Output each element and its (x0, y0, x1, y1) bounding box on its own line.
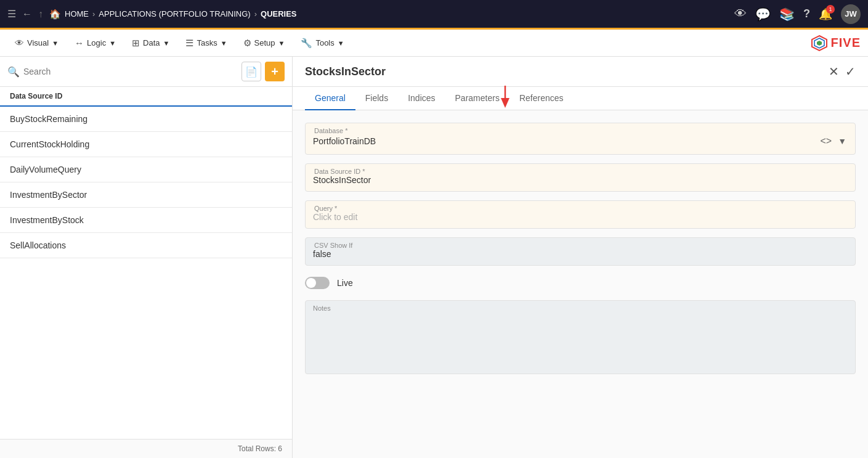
sidebar-header: 🔍 📄 + (0, 57, 292, 87)
tab-general[interactable]: General (305, 87, 355, 110)
data-source-id-wrapper[interactable]: Data Source ID * StocksInSector (305, 163, 856, 192)
secondary-nav: 👁 Visual ▼ ↔ Logic ▼ ⊞ Data ▼ ☰ Tasks ▼ … (0, 30, 868, 57)
sidebar-list: BuyStockRemaining CurrentStockHolding Da… (0, 107, 292, 439)
sidebar-action-btns: 📄 + (241, 62, 285, 81)
tab-fields-label: Fields (365, 93, 388, 103)
notes-field[interactable]: Notes (305, 300, 856, 374)
home-label[interactable]: HOME (65, 9, 89, 18)
tab-general-label: General (315, 93, 346, 103)
main-content: 🔍 📄 + Data Source ID BuyStockRemaining C… (0, 57, 868, 458)
tasks-dropdown-icon: ▼ (221, 39, 227, 47)
breadcrumb: 🏠 HOME › APPLICATIONS (PORTFOLIO TRAININ… (49, 9, 297, 20)
data-source-id-label: Data Source ID * (313, 168, 848, 175)
secondary-nav-left: 👁 Visual ▼ ↔ Logic ▼ ⊞ Data ▼ ☰ Tasks ▼ … (7, 34, 352, 52)
visual-icon: 👁 (15, 38, 24, 48)
avatar[interactable]: JW (841, 4, 861, 24)
nav-data[interactable]: ⊞ Data ▼ (124, 34, 177, 52)
tab-indices[interactable]: Indices (398, 87, 445, 110)
app-label[interactable]: APPLICATIONS (PORTFOLIO TRAINING) (99, 9, 250, 18)
tabs-container: General Fields Indices Parameters Refere… (293, 87, 868, 110)
nav-tools[interactable]: 🔧 Tools ▼ (293, 34, 351, 52)
list-item[interactable]: CurrentStockHolding (0, 132, 292, 157)
live-toggle-row: Live (305, 274, 856, 292)
add-button[interactable]: + (265, 62, 285, 81)
database-dropdown-btn[interactable]: ▼ (837, 135, 848, 147)
query-field: Query * Click to edit (305, 200, 856, 229)
live-toggle[interactable] (305, 277, 330, 289)
detail-panel: StocksInSector ✕ ✓ General Fields Indice… (293, 57, 868, 458)
data-dropdown-icon: ▼ (163, 39, 170, 47)
tab-indices-label: Indices (408, 93, 435, 103)
database-value: PortfolioTrainDB (313, 136, 815, 146)
tasks-icon: ☰ (185, 38, 193, 49)
top-bar-right: 👁 💬 📚 ? 🔔 1 JW (734, 4, 861, 24)
document-button[interactable]: 📄 (241, 62, 261, 81)
csv-show-if-field: CSV Show If false (305, 237, 856, 266)
search-icon: 🔍 (7, 66, 20, 78)
nav-logic[interactable]: ↔ Logic ▼ (67, 34, 123, 52)
data-source-id-field: Data Source ID * StocksInSector (305, 163, 856, 192)
svg-marker-2 (817, 41, 822, 46)
list-item-label: DailyVolumeQuery (10, 165, 81, 174)
doc-icon: 📄 (245, 66, 258, 78)
library-icon[interactable]: 📚 (779, 7, 795, 22)
live-label: Live (337, 278, 353, 288)
tab-parameters[interactable]: Parameters (445, 87, 509, 110)
notification-badge: 1 (826, 5, 835, 14)
list-item[interactable]: DailyVolumeQuery (0, 157, 292, 182)
tab-fields[interactable]: Fields (355, 87, 398, 110)
database-wrapper[interactable]: Database * PortfolioTrainDB <> ▼ (305, 123, 856, 155)
list-item[interactable]: InvestmentBySector (0, 182, 292, 208)
list-item-label: SellAllocations (10, 240, 66, 250)
sidebar-column-header: Data Source ID (0, 87, 292, 107)
tools-dropdown-icon: ▼ (338, 39, 344, 47)
nav-tasks-label: Tasks (197, 38, 217, 47)
list-item-label: CurrentStockHolding (10, 139, 89, 149)
list-item[interactable]: SellAllocations (0, 233, 292, 258)
csv-show-if-value: false (313, 249, 331, 259)
sidebar-footer: Total Rows: 6 (0, 439, 292, 458)
notification-icon[interactable]: 🔔 1 (819, 7, 832, 21)
top-bar: ☰ ← ↑ 🏠 HOME › APPLICATIONS (PORTFOLIO T… (0, 0, 868, 30)
help-icon[interactable]: ? (803, 7, 810, 20)
collaborate-icon[interactable]: 👁 (734, 7, 747, 21)
setup-dropdown-icon: ▼ (278, 39, 285, 47)
tools-icon: 🔧 (301, 38, 312, 49)
database-field: Database * PortfolioTrainDB <> ▼ (305, 123, 856, 155)
notes-label: Notes (313, 305, 848, 312)
query-value: Click to edit (313, 212, 357, 222)
csv-show-if-wrapper[interactable]: CSV Show If false (305, 237, 856, 266)
nav-setup[interactable]: ⚙ Setup ▼ (236, 34, 293, 52)
logic-icon: ↔ (75, 38, 84, 48)
menu-icon[interactable]: ☰ (7, 8, 16, 20)
tabs: General Fields Indices Parameters Refere… (293, 87, 868, 110)
nav-tools-label: Tools (315, 38, 334, 47)
home-icon: 🏠 (49, 9, 61, 20)
list-item-label: InvestmentByStock (10, 215, 84, 225)
tab-references[interactable]: References (509, 87, 574, 110)
data-source-id-value: StocksInSector (313, 175, 371, 185)
list-item[interactable]: InvestmentByStock (0, 208, 292, 233)
plus-icon: + (271, 65, 278, 79)
nav-setup-label: Setup (254, 38, 275, 47)
visual-dropdown-icon: ▼ (52, 39, 59, 47)
back-icon[interactable]: ← (22, 9, 32, 20)
search-input[interactable] (23, 67, 237, 76)
data-icon: ⊞ (132, 38, 140, 49)
database-code-btn[interactable]: <> (819, 134, 833, 148)
csv-show-if-label: CSV Show If (313, 242, 848, 249)
search-box: 🔍 (7, 66, 237, 78)
sidebar: 🔍 📄 + Data Source ID BuyStockRemaining C… (0, 57, 293, 458)
up-icon[interactable]: ↑ (38, 9, 43, 20)
detail-header: StocksInSector ✕ ✓ (293, 57, 868, 87)
nav-visual[interactable]: 👁 Visual ▼ (7, 34, 66, 52)
query-wrapper[interactable]: Query * Click to edit (305, 200, 856, 229)
five-logo-text: FIVE (831, 36, 861, 50)
detail-title: StocksInSector (305, 65, 829, 78)
list-item[interactable]: BuyStockRemaining (0, 107, 292, 132)
save-button[interactable]: ✓ (845, 64, 856, 79)
close-button[interactable]: ✕ (829, 64, 839, 79)
nav-data-label: Data (143, 38, 160, 47)
chat-icon[interactable]: 💬 (755, 7, 771, 22)
nav-tasks[interactable]: ☰ Tasks ▼ (178, 34, 234, 52)
